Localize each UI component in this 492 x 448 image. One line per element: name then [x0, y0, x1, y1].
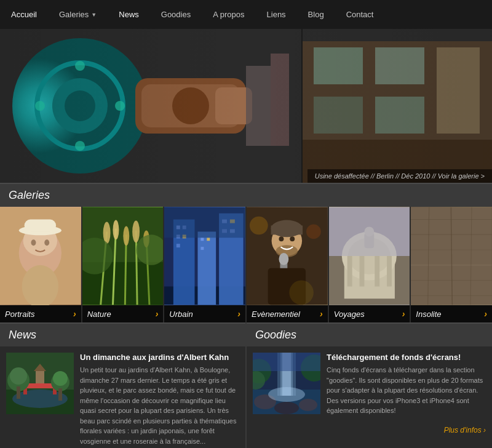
- svg-point-72: [279, 253, 288, 265]
- goodies-thumb: [253, 353, 320, 414]
- svg-point-120: [274, 402, 299, 414]
- goodies-content: Téléchargement de fonds d'écrans! Cinq f…: [327, 353, 486, 416]
- svg-rect-49: [198, 231, 216, 305]
- nature-label: Nature ›: [82, 305, 164, 322]
- nav-liens[interactable]: Liens: [256, 0, 297, 29]
- insolite-arrow: ›: [484, 309, 487, 319]
- galleries-header: Galeries: [0, 183, 492, 207]
- news-title: Un dimanche aux jardins d'Albert Kahn: [80, 353, 239, 362]
- svg-point-70: [290, 236, 295, 241]
- svg-point-69: [279, 236, 284, 241]
- svg-rect-57: [207, 238, 210, 241]
- nature-thumb-image: [82, 207, 164, 305]
- svg-rect-63: [164, 207, 245, 238]
- news-text: Un petit tour au jardins d'Albert Kahn, …: [80, 365, 239, 446]
- news-header: News: [0, 322, 245, 346]
- goodies-title: Téléchargement de fonds d'écrans!: [327, 353, 486, 362]
- svg-point-74: [250, 217, 268, 235]
- nav-apropos[interactable]: A propos: [202, 0, 255, 29]
- svg-rect-58: [201, 247, 204, 250]
- svg-rect-87: [387, 256, 392, 287]
- svg-rect-28: [25, 220, 56, 232]
- svg-rect-85: [359, 256, 364, 287]
- svg-rect-86: [375, 256, 379, 287]
- nav-galeries[interactable]: Galeries ▼: [48, 0, 108, 29]
- svg-rect-88: [329, 207, 410, 256]
- svg-point-40: [113, 220, 119, 240]
- news-item: Un dimanche aux jardins d'Albert Kahn Un…: [0, 346, 245, 448]
- svg-point-41: [123, 226, 129, 246]
- svg-rect-100: [411, 207, 492, 305]
- goodies-header: Goodies: [247, 322, 492, 346]
- news-goodies-container: News: [0, 322, 492, 448]
- goodies-item: Téléchargement de fonds d'écrans! Cinq f…: [247, 346, 492, 422]
- nav-goodies[interactable]: Goodies: [150, 0, 202, 29]
- news-thumb-image: [6, 353, 74, 414]
- nav-news[interactable]: News: [108, 0, 150, 29]
- hero-image: [0, 29, 492, 183]
- svg-point-124: [268, 387, 305, 402]
- svg-point-29: [31, 239, 36, 246]
- evenementiel-thumb-image: [247, 207, 328, 305]
- svg-point-119: [299, 399, 317, 411]
- nav-contact[interactable]: Contact: [335, 0, 385, 29]
- goodies-text: Cinq fonds d'écrans à télécharger dans l…: [327, 365, 486, 416]
- gallery-evenementiel[interactable]: Evènementiel ›: [247, 207, 329, 322]
- gallery-voyages[interactable]: Voyages ›: [329, 207, 411, 322]
- urbain-arrow: ›: [237, 309, 240, 319]
- svg-rect-128: [253, 353, 320, 371]
- nav-accueil[interactable]: Accueil: [0, 0, 48, 29]
- goodies-thumb-image: [253, 353, 320, 414]
- voyages-thumb-image: [329, 207, 410, 305]
- news-col: News: [0, 322, 245, 448]
- galleries-row: Portraits ›: [0, 207, 492, 322]
- evenementiel-label: Evènementiel ›: [247, 305, 328, 322]
- portraits-thumb-image: [0, 207, 81, 305]
- goodies-col: Goodies: [247, 322, 492, 448]
- svg-rect-55: [177, 244, 180, 247]
- galeries-dropdown-icon: ▼: [91, 12, 97, 18]
- voyages-label: Voyages ›: [329, 305, 410, 322]
- svg-point-75: [306, 225, 321, 239]
- svg-point-42: [132, 221, 140, 243]
- svg-rect-56: [201, 238, 204, 241]
- urbain-thumb-image: [164, 207, 245, 305]
- evenementiel-arrow: ›: [320, 309, 323, 319]
- nav-blog[interactable]: Blog: [297, 0, 335, 29]
- news-thumb: [6, 353, 74, 414]
- urbain-label: Urbain ›: [164, 305, 245, 322]
- news-content: Un dimanche aux jardins d'Albert Kahn Un…: [80, 353, 245, 448]
- main-nav: Accueil Galeries ▼ News Goodies A propos…: [0, 0, 492, 29]
- goodies-more-link[interactable]: Plus d'infos ›: [444, 426, 486, 434]
- svg-rect-23: [0, 29, 492, 183]
- gallery-portraits[interactable]: Portraits ›: [0, 207, 82, 322]
- insolite-label: Insolite ›: [411, 305, 492, 322]
- portraits-arrow: ›: [73, 309, 76, 319]
- nature-arrow: ›: [156, 309, 159, 319]
- hero-banner: Usine désaffectée // Berlin // Déc 2010 …: [0, 29, 492, 183]
- hero-caption[interactable]: Usine désaffectée // Berlin // Déc 2010 …: [308, 169, 492, 183]
- svg-point-30: [44, 239, 49, 246]
- gallery-insolite[interactable]: Insolite ›: [411, 207, 492, 322]
- gallery-urbain[interactable]: Urbain ›: [164, 207, 247, 322]
- svg-rect-115: [6, 353, 74, 414]
- svg-rect-84: [347, 256, 352, 287]
- voyages-arrow: ›: [402, 309, 405, 319]
- insolite-thumb-image: [411, 207, 492, 305]
- portraits-label: Portraits ›: [0, 305, 81, 322]
- svg-rect-67: [271, 225, 303, 234]
- gallery-nature[interactable]: Nature ›: [82, 207, 165, 322]
- svg-point-76: [289, 281, 314, 305]
